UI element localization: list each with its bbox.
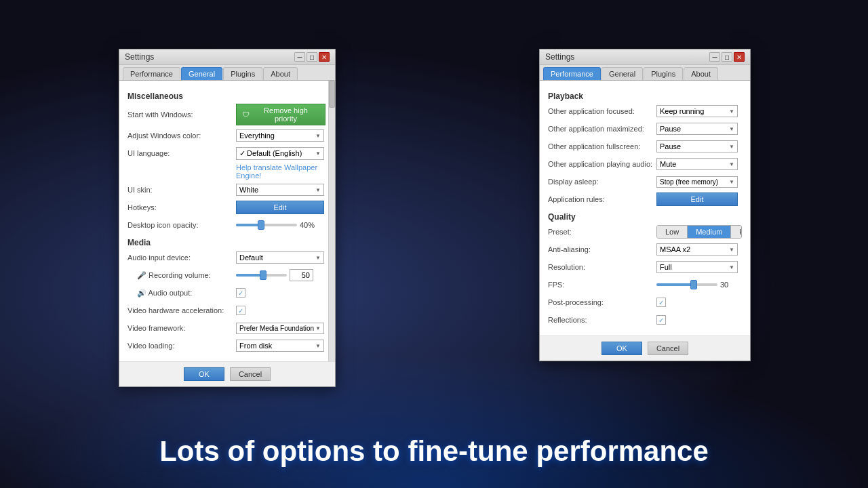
dialog2-minimize[interactable]: ─ — [709, 52, 720, 62]
dropdown-other-focused[interactable]: Keep running ▼ — [656, 105, 738, 117]
dropdown-ui-skin[interactable]: White ▼ — [236, 184, 324, 196]
row-reflections: Reflections: ✓ — [548, 312, 742, 327]
opacity-track[interactable] — [236, 224, 297, 226]
slider-volume: 50 — [236, 269, 313, 281]
opacity-thumb[interactable] — [258, 220, 264, 230]
tab1-general[interactable]: General — [181, 67, 222, 80]
chevron-down-icon: ▼ — [729, 179, 734, 185]
checkbox-video-hw[interactable]: ✓ — [236, 306, 245, 315]
section-quality: Quality — [548, 212, 742, 222]
dialog1-close[interactable]: ✕ — [319, 52, 330, 62]
chevron-down-icon: ▼ — [729, 108, 734, 115]
label-app-rules: Application rules: — [548, 195, 656, 203]
fps-thumb[interactable] — [690, 280, 697, 289]
row-preset: Preset: Low Medium High — [548, 224, 742, 239]
dialog1-footer: OK Cancel — [119, 361, 335, 386]
label-audio-output: 🔊 Audio output: — [127, 289, 236, 298]
row-hotkeys: Hotkeys: Edit — [127, 200, 326, 215]
fps-track[interactable] — [656, 283, 717, 286]
dialog1-minimize[interactable]: ─ — [294, 52, 305, 62]
tab1-plugins[interactable]: Plugins — [223, 67, 262, 80]
checkbox-reflections[interactable]: ✓ — [656, 315, 666, 325]
preset-high[interactable]: High — [731, 226, 742, 238]
chevron-down-icon: ▼ — [729, 247, 734, 253]
btn2-ok[interactable]: OK — [601, 342, 642, 355]
label-resolution: Resolution: — [548, 263, 656, 271]
preset-medium[interactable]: Medium — [688, 226, 731, 238]
tab2-plugins[interactable]: Plugins — [644, 67, 683, 80]
dropdown-anti-aliasing[interactable]: MSAA x2 ▼ — [656, 243, 738, 256]
dropdown-adjust-color[interactable]: Everything ▼ — [236, 129, 324, 142]
label-anti-aliasing: Anti-aliasing: — [548, 245, 656, 253]
checkbox-audio-output[interactable]: ✓ — [236, 288, 245, 298]
section-media: Media — [127, 238, 326, 247]
btn1-cancel[interactable]: Cancel — [230, 367, 271, 381]
dialog1-titlebar: Settings ─ □ ✕ — [119, 49, 335, 65]
label-recording-volume: 🎤 Recording volume: — [127, 271, 236, 280]
scrollbar1-thumb[interactable] — [329, 81, 335, 108]
volume-input[interactable]: 50 — [290, 269, 313, 281]
mic-icon: 🎤 — [137, 271, 146, 279]
tab2-general[interactable]: General — [601, 67, 643, 80]
label-display-asleep: Display asleep: — [548, 178, 656, 186]
dropdown-other-maximized[interactable]: Pause ▼ — [656, 123, 738, 135]
checkbox-post-processing[interactable]: ✓ — [656, 298, 666, 307]
dropdown-audio-input[interactable]: Default ▼ — [236, 251, 324, 264]
preset-low[interactable]: Low — [657, 226, 688, 238]
tab2-about[interactable]: About — [684, 67, 718, 80]
label-adjust-color: Adjust Windows color: — [127, 131, 236, 140]
chevron-down-icon: ▼ — [315, 150, 321, 157]
dialog-performance: Settings ─ □ ✕ Performance General Plugi… — [539, 49, 751, 361]
row-resolution: Resolution: Full ▼ — [548, 260, 742, 274]
row-video-framework: Video framework: Prefer Media Foundation… — [127, 321, 326, 336]
row-anti-aliasing: Anti-aliasing: MSAA x2 ▼ — [548, 242, 742, 257]
row-app-rules: Application rules: Edit — [548, 192, 742, 207]
label-reflections: Reflections: — [548, 316, 656, 324]
dropdown-other-audio[interactable]: Mute ▼ — [656, 158, 738, 170]
volume-thumb[interactable] — [260, 270, 267, 280]
label-video-hw: Video hardware acceleration: — [127, 306, 236, 314]
row-audio-output: 🔊 Audio output: ✓ — [127, 285, 326, 300]
dialog2-close[interactable]: ✕ — [734, 52, 745, 62]
label-other-focused: Other application focused: — [548, 107, 656, 115]
dialog2-title: Settings — [545, 52, 574, 62]
speaker-icon: 🔊 — [137, 289, 146, 297]
dropdown-video-framework[interactable]: Prefer Media Foundation ▼ — [236, 323, 324, 334]
label-preset: Preset: — [548, 228, 656, 236]
dropdown-display-asleep[interactable]: Stop (free memory) ▼ — [656, 176, 738, 188]
volume-track[interactable] — [236, 274, 287, 277]
dialog1-tabs: Performance General Plugins About — [119, 65, 335, 81]
chevron-down-icon: ▼ — [315, 187, 321, 193]
tab1-performance[interactable]: Performance — [123, 67, 180, 80]
tagline: Lots of options to fine-tune performance — [0, 435, 868, 468]
dialog1-maximize[interactable]: □ — [307, 52, 317, 62]
btn2-cancel[interactable]: Cancel — [648, 342, 688, 355]
btn-remove-high-priority[interactable]: 🛡 Remove high priority — [236, 104, 326, 125]
slider-opacity: 40% — [236, 221, 317, 229]
btn-edit-hotkeys[interactable]: Edit — [236, 201, 324, 214]
dropdown-video-loading[interactable]: From disk ▼ — [236, 340, 324, 352]
label-hotkeys: Hotkeys: — [127, 203, 236, 211]
label-post-processing: Post-processing: — [548, 298, 656, 306]
dropdown-resolution[interactable]: Full ▼ — [656, 261, 738, 273]
opacity-value: 40% — [300, 221, 317, 229]
row-audio-input: Audio input device: Default ▼ — [127, 250, 326, 265]
row-recording-volume: 🎤 Recording volume: 50 — [127, 268, 326, 283]
dialog1-title: Settings — [125, 52, 154, 62]
dropdown-ui-language[interactable]: ✓ Default (English) ▼ — [236, 147, 324, 160]
dialog2-content: Playback Other application focused: Keep… — [540, 81, 750, 336]
chevron-down-icon: ▼ — [315, 325, 321, 331]
dialog2-maximize[interactable]: □ — [722, 52, 732, 62]
row-adjust-color: Adjust Windows color: Everything ▼ — [127, 128, 326, 143]
btn-edit-rules[interactable]: Edit — [656, 192, 738, 206]
tab2-performance[interactable]: Performance — [543, 67, 601, 80]
fps-fill — [656, 283, 693, 286]
tab1-about[interactable]: About — [263, 67, 298, 80]
dialog1-scrollbar[interactable] — [328, 81, 335, 361]
section-misc: Miscellaneous — [127, 92, 326, 101]
chevron-down-icon: ▼ — [729, 264, 734, 270]
dropdown-other-fullscreen[interactable]: Pause ▼ — [656, 140, 738, 152]
btn1-ok[interactable]: OK — [184, 367, 224, 381]
row-other-fullscreen: Other application fullscreen: Pause ▼ — [548, 139, 742, 154]
label-other-maximized: Other application maximized: — [548, 125, 656, 133]
